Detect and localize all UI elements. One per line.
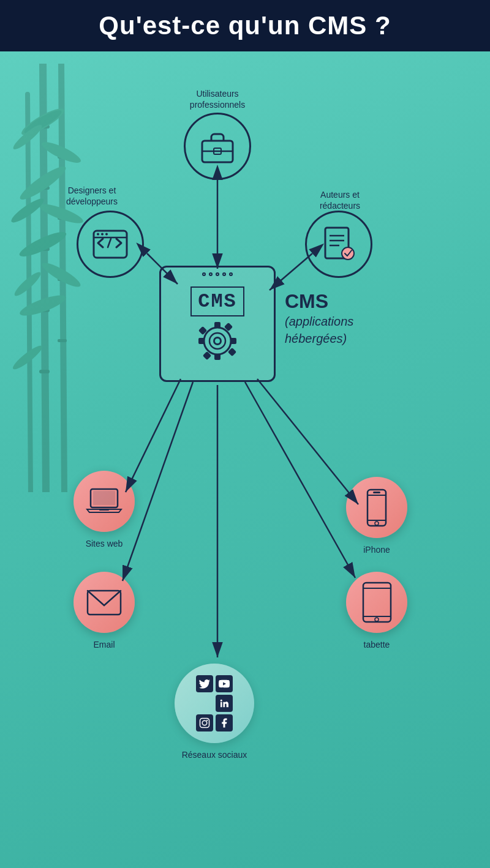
tablet-icon xyxy=(360,581,394,624)
tablet-node xyxy=(346,572,407,633)
svg-rect-51 xyxy=(214,354,221,360)
svg-rect-53 xyxy=(198,338,205,344)
svg-line-30 xyxy=(257,379,358,504)
tablet-label: tabette xyxy=(343,639,410,650)
svg-point-41 xyxy=(105,233,108,236)
arrows-svg xyxy=(0,51,490,868)
authors-node xyxy=(305,211,372,278)
svg-rect-52 xyxy=(230,338,236,344)
youtube-icon xyxy=(216,675,233,692)
svg-point-40 xyxy=(101,233,104,236)
code-icon xyxy=(92,229,129,260)
professional-users-node xyxy=(184,113,251,180)
svg-line-42 xyxy=(108,239,111,247)
header: Qu'est-ce qu'un CMS ? xyxy=(0,0,490,51)
document-icon xyxy=(322,226,356,263)
cms-label-text: CMS xyxy=(190,286,244,316)
svg-line-29 xyxy=(126,379,181,492)
svg-point-66 xyxy=(375,522,379,525)
iphone-node xyxy=(346,477,407,538)
page-wrapper: Qu'est-ce qu'un CMS ? xyxy=(0,0,490,868)
social-label: Réseaux sociaux xyxy=(165,749,263,760)
svg-point-59 xyxy=(215,339,220,343)
iphone-icon xyxy=(364,488,389,528)
twitter-icon xyxy=(196,675,213,692)
designers-label: Designers et développeurs xyxy=(52,185,132,207)
email-label: Email xyxy=(74,639,135,650)
social-node xyxy=(175,664,254,743)
email-node xyxy=(74,572,135,633)
svg-point-47 xyxy=(342,247,354,260)
briefcase-icon xyxy=(199,130,236,163)
cms-info: CMS (applications hébergées) xyxy=(285,290,353,347)
svg-line-31 xyxy=(123,382,193,581)
cms-center-node: CMS xyxy=(159,266,276,382)
svg-rect-62 xyxy=(99,509,109,511)
svg-rect-73 xyxy=(200,719,209,728)
svg-rect-67 xyxy=(373,492,380,493)
cms-title: CMS xyxy=(285,290,353,313)
diagram: Utilisateurs professionnels Designers et… xyxy=(0,51,490,786)
svg-line-32 xyxy=(245,382,355,578)
gear-icon xyxy=(195,321,241,361)
svg-line-28 xyxy=(270,253,312,290)
svg-point-75 xyxy=(206,720,208,721)
linkedin-icon xyxy=(216,695,233,712)
svg-point-72 xyxy=(375,618,379,621)
svg-rect-61 xyxy=(93,491,115,505)
professional-users-label: Utilisateurs professionnels xyxy=(175,88,260,110)
authors-label: Auteurs et rédacteurs xyxy=(300,189,380,211)
iphone-label: iPhone xyxy=(346,544,407,555)
cms-subtitle: (applications hébergées) xyxy=(285,313,353,347)
email-icon xyxy=(86,589,123,616)
main-content: Utilisateurs professionnels Designers et… xyxy=(0,51,490,868)
svg-point-39 xyxy=(97,233,99,236)
svg-rect-50 xyxy=(214,322,221,328)
designers-node xyxy=(77,211,144,278)
cms-box: CMS xyxy=(159,266,276,382)
websites-label: Sites web xyxy=(67,538,141,549)
page-title: Qu'est-ce qu'un CMS ? xyxy=(12,11,478,40)
websites-node xyxy=(74,471,135,532)
laptop-icon xyxy=(86,486,123,517)
facebook-icon xyxy=(216,714,233,731)
instagram-icon xyxy=(196,714,213,731)
svg-point-74 xyxy=(202,720,207,725)
